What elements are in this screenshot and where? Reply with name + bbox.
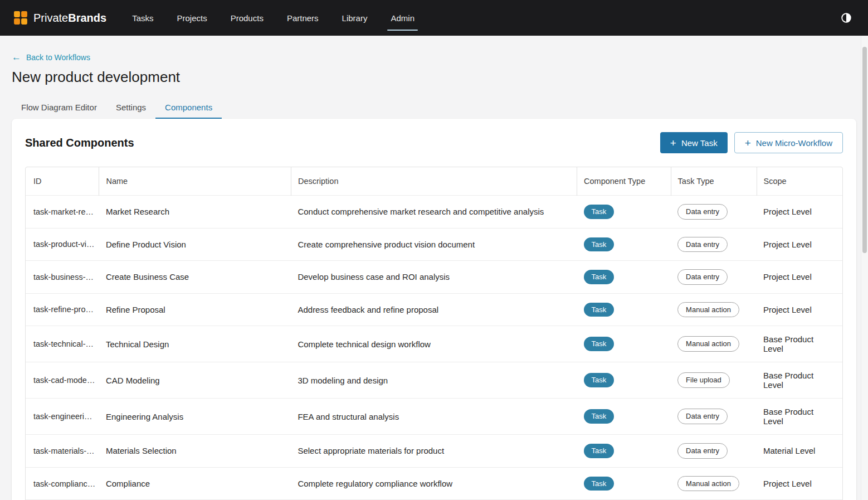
cell-scope: Base Product Level — [757, 362, 842, 399]
table-row[interactable]: task-business-… Create Business Case Dev… — [26, 261, 842, 294]
new-task-button[interactable]: + New Task — [660, 132, 728, 153]
new-task-label: New Task — [681, 138, 718, 148]
vertical-scrollbar[interactable] — [861, 36, 868, 500]
tab-flow-diagram-editor[interactable]: Flow Diagram Editor — [12, 96, 106, 119]
cell-scope: Material Level — [757, 435, 842, 468]
cell-id: task-engineeri… — [26, 399, 99, 435]
cell-description: 3D modeling and design — [291, 362, 577, 399]
cell-name: Refine Proposal — [99, 293, 291, 326]
new-micro-workflow-button[interactable]: + New Micro-Workflow — [734, 132, 843, 153]
component-type-badge: Task — [584, 337, 615, 351]
task-type-badge: Data entry — [677, 269, 728, 285]
cell-component-type: Task — [577, 326, 671, 362]
cell-scope: Project Level — [757, 467, 842, 500]
back-to-workflows-link[interactable]: ← Back to Workflows — [12, 52, 90, 62]
brand[interactable]: PrivateBrands — [13, 11, 106, 25]
cell-task-type: Manual action — [671, 467, 757, 500]
back-arrow-icon: ← — [12, 52, 21, 62]
col-header-task-type: Task Type — [671, 167, 757, 196]
cell-name: CAD Modeling — [99, 362, 291, 399]
cell-name: Create Business Case — [99, 261, 291, 294]
tab-settings[interactable]: Settings — [106, 96, 155, 119]
task-type-badge: Manual action — [677, 336, 739, 352]
components-table-header: ID Name Description Component Type Task … — [26, 167, 842, 196]
cell-id: task-materials-… — [26, 435, 99, 468]
nav-item-partners[interactable]: Partners — [286, 10, 320, 26]
cell-component-type: Task — [577, 467, 671, 500]
cell-component-type: Task — [577, 261, 671, 294]
component-type-badge: Task — [584, 205, 615, 219]
task-type-badge: Manual action — [677, 476, 739, 492]
component-type-badge: Task — [584, 477, 615, 491]
cell-task-type: Data entry — [671, 196, 757, 229]
top-navbar: PrivateBrands Tasks Projects Products Pa… — [0, 0, 868, 36]
nav-item-projects[interactable]: Projects — [176, 10, 208, 26]
cell-description: Develop business case and ROI analysis — [291, 261, 577, 294]
plus-icon: + — [670, 138, 676, 148]
card-header: Shared Components + New Task + New Micro… — [25, 132, 843, 153]
cell-scope: Base Product Level — [757, 326, 842, 362]
nav-item-products[interactable]: Products — [230, 10, 265, 26]
cell-id: task-refine-pro… — [26, 293, 99, 326]
col-header-scope: Scope — [757, 167, 842, 196]
scrollbar-thumb[interactable] — [862, 47, 867, 253]
card-actions: + New Task + New Micro-Workflow — [660, 132, 843, 153]
cell-description: Complete regulatory compliance workflow — [291, 467, 577, 500]
cell-task-type: Manual action — [671, 326, 757, 362]
cell-task-type: File upload — [671, 362, 757, 399]
cell-task-type: Data entry — [671, 435, 757, 468]
cell-description: FEA and structural analysis — [291, 399, 577, 435]
cell-id: task-market-re… — [26, 196, 99, 229]
cell-component-type: Task — [577, 362, 671, 399]
cell-component-type: Task — [577, 435, 671, 468]
table-row[interactable]: task-technical-… Technical Design Comple… — [26, 326, 842, 362]
table-row[interactable]: task-engineeri… Engineering Analysis FEA… — [26, 399, 842, 435]
cell-description: Complete technical design workflow — [291, 326, 577, 362]
component-type-badge: Task — [584, 303, 615, 317]
table-row[interactable]: task-cad-mode… CAD Modeling 3D modeling … — [26, 362, 842, 399]
cell-name: Materials Selection — [99, 435, 291, 468]
table-row[interactable]: task-product-vi… Define Product Vision C… — [26, 228, 842, 261]
component-type-badge: Task — [584, 373, 615, 387]
cell-task-type: Data entry — [671, 261, 757, 294]
cell-component-type: Task — [577, 196, 671, 229]
tab-components[interactable]: Components — [155, 96, 222, 119]
table-row[interactable]: task-market-re… Market Research Conduct … — [26, 196, 842, 229]
cell-name: Engineering Analysis — [99, 399, 291, 435]
cell-component-type: Task — [577, 293, 671, 326]
col-header-description: Description — [291, 167, 577, 196]
theme-toggle-button[interactable] — [838, 9, 855, 26]
table-row[interactable]: task-complianc… Compliance Complete regu… — [26, 467, 842, 500]
table-row[interactable]: task-refine-pro… Refine Proposal Address… — [26, 293, 842, 326]
component-type-badge: Task — [584, 237, 615, 252]
cell-component-type: Task — [577, 228, 671, 261]
cell-description: Address feedback and refine proposal — [291, 293, 577, 326]
cell-id: task-product-vi… — [26, 228, 99, 261]
component-type-badge: Task — [584, 444, 615, 458]
nav-item-admin[interactable]: Admin — [389, 10, 416, 26]
cell-name: Technical Design — [99, 326, 291, 362]
cell-scope: Project Level — [757, 261, 842, 294]
brand-name: PrivateBrands — [33, 12, 106, 25]
nav-item-tasks[interactable]: Tasks — [131, 10, 154, 26]
task-type-badge: Data entry — [677, 409, 728, 424]
cell-description: Conduct comprehensive market research an… — [291, 196, 577, 229]
table-row[interactable]: task-materials-… Materials Selection Sel… — [26, 435, 842, 468]
cell-task-type: Data entry — [671, 228, 757, 261]
cell-description: Select appropriate materials for product — [291, 435, 577, 468]
cell-name: Market Research — [99, 196, 291, 229]
new-micro-workflow-label: New Micro-Workflow — [756, 138, 832, 148]
components-card: Shared Components + New Task + New Micro… — [12, 119, 856, 500]
cell-scope: Project Level — [757, 293, 842, 326]
page-title: New product development — [12, 69, 856, 86]
nav-item-library[interactable]: Library — [341, 10, 369, 26]
task-type-badge: File upload — [677, 372, 730, 388]
cell-scope: Base Product Level — [757, 399, 842, 435]
col-header-component-type: Component Type — [577, 167, 671, 196]
cell-id: task-business-… — [26, 261, 99, 294]
back-link-label: Back to Workflows — [26, 53, 90, 62]
main-nav: Tasks Projects Products Partners Library… — [131, 0, 416, 36]
cell-id: task-technical-… — [26, 326, 99, 362]
cell-description: Create comprehensive product vision docu… — [291, 228, 577, 261]
col-header-name: Name — [99, 167, 291, 196]
